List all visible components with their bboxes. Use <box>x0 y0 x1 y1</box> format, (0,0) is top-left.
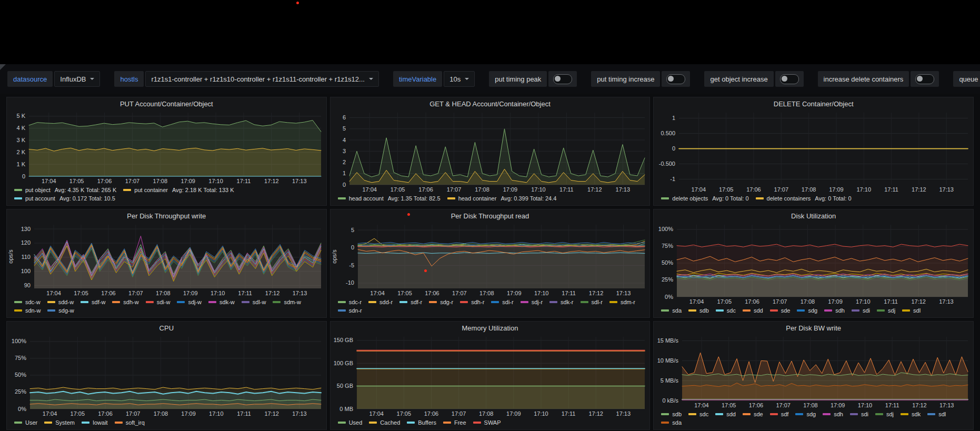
legend-item[interactable]: sdl-r <box>581 298 603 306</box>
legend-label: sdi <box>863 306 870 315</box>
legend-item[interactable]: sde <box>770 306 791 315</box>
legend-item[interactable]: sdf-r <box>399 298 422 306</box>
legend-item[interactable]: sdh <box>824 306 845 315</box>
top-black-band <box>0 0 980 64</box>
legend-item[interactable]: sdl-w <box>242 298 266 306</box>
legend-item[interactable]: put accountAvg: 0.172 Total: 10.5 <box>14 194 115 203</box>
panel-title[interactable]: CPU <box>7 322 326 333</box>
legend-item[interactable]: sdf <box>770 410 789 418</box>
legend-item[interactable]: sdn-w <box>14 306 41 315</box>
legend-label: sdd-r <box>379 298 393 306</box>
legend-item[interactable]: sdg <box>795 410 816 418</box>
legend-item[interactable]: sdd-r <box>368 298 393 306</box>
legend-item[interactable]: sdi <box>852 306 870 315</box>
chart-canvas[interactable]: 150 GB100 GB50 GB0 MB17:0417:0517:0617:0… <box>331 333 650 418</box>
legend-item[interactable]: sdn-r <box>338 306 362 315</box>
legend-color-swatch <box>447 197 455 199</box>
panel-put-account-container-object: PUT Account/Container/Object5 K4 K3 K2 K… <box>6 97 327 206</box>
variable-dropdown[interactable]: InfluxDB <box>54 71 100 87</box>
legend-item[interactable]: sdk-r <box>549 298 573 306</box>
legend-item[interactable]: sdi-w <box>146 298 171 306</box>
legend-color-swatch <box>177 301 185 303</box>
legend-item[interactable]: User <box>14 418 37 427</box>
toggle-switch[interactable] <box>911 71 939 87</box>
legend-label: sdn-r <box>349 306 362 315</box>
legend-label: Used <box>349 418 363 427</box>
legend-label: sdi-w <box>157 298 171 306</box>
legend-item[interactable]: sdj-w <box>177 298 202 306</box>
legend-item[interactable]: Free <box>443 418 466 427</box>
chart-canvas[interactable]: 100%75%50%25%0%17:0417:0517:0617:0717:08… <box>654 220 973 306</box>
legend-item[interactable]: SWAP <box>473 418 501 427</box>
chart-canvas[interactable]: 1301201101009017:0417:0517:0617:0717:081… <box>7 220 326 297</box>
panel-title[interactable]: Memory Utilization <box>331 322 650 333</box>
legend-item[interactable]: sdi <box>850 410 868 418</box>
panel-title[interactable]: Disk Utilization <box>654 209 973 220</box>
variable-dropdown[interactable]: r1z1s1-controller + r1z1s10-controller +… <box>145 71 378 87</box>
legend-item[interactable]: put containerAvg: 2.18 K Total: 133 K <box>123 186 234 194</box>
legend-item[interactable]: sdc-r <box>338 298 362 306</box>
legend-item[interactable]: sdb <box>688 306 709 315</box>
legend-item[interactable]: sdh <box>823 410 843 418</box>
chart-canvas[interactable]: 5 K4 K3 K2 K1 K017:0417:0517:0617:0717:0… <box>7 108 326 185</box>
panel-title[interactable]: GET & HEAD Account/Container/Object <box>331 97 650 108</box>
panel-title[interactable]: DELETE Container/Object <box>654 97 973 108</box>
legend-item[interactable]: sdj-r <box>521 298 543 306</box>
legend-item[interactable]: sdf-w <box>81 298 105 306</box>
legend-item[interactable]: sda <box>661 418 682 427</box>
legend-item[interactable]: sdi-r <box>491 298 513 306</box>
legend-item[interactable]: head accountAvg: 1.35 Total: 82.5 <box>338 194 441 203</box>
variable-dropdown[interactable]: 10s <box>444 71 475 87</box>
legend-color-swatch <box>14 422 22 424</box>
legend-item[interactable]: delete objectsAvg: 0 Total: 0 <box>661 194 748 203</box>
legend-item[interactable]: sda <box>661 306 682 315</box>
legend-item[interactable]: sdj <box>877 306 895 315</box>
panel-title[interactable]: PUT Account/Container/Object <box>7 97 326 108</box>
toggle-knob <box>555 76 561 82</box>
chart-canvas[interactable]: 50-5-1017:0417:0517:0617:0717:0817:0917:… <box>331 220 650 297</box>
chart-canvas[interactable]: 15 MB/s10 MB/s5 MB/s0 kB/s17:0417:0517:0… <box>654 333 973 409</box>
legend-item[interactable]: delete containersAvg: 0 Total: 0 <box>756 194 852 203</box>
legend-item[interactable]: sdl <box>927 410 946 418</box>
legend-item[interactable]: sdc <box>688 410 708 418</box>
legend-item[interactable]: sdk <box>901 410 921 418</box>
legend-item[interactable]: sdd-w <box>47 298 74 306</box>
legend-item[interactable]: Cached <box>369 418 400 427</box>
legend-item[interactable]: sdj <box>875 410 894 418</box>
legend-label: sdl <box>938 410 946 418</box>
chart-canvas[interactable]: 100%75%50%25%0%17:0417:0517:0617:0717:08… <box>7 333 326 418</box>
panel-title[interactable]: Per Disk Throughput write <box>7 209 326 220</box>
legend-item[interactable]: sdm-r <box>609 298 635 306</box>
legend-item[interactable]: sdg-w <box>47 306 74 315</box>
legend-item[interactable]: sdk-w <box>208 298 235 306</box>
legend-item[interactable]: sde <box>743 410 763 418</box>
legend-color-swatch <box>338 197 346 199</box>
legend-item[interactable]: Buffers <box>407 418 436 427</box>
legend-item[interactable]: sdm-w <box>273 298 301 306</box>
panel-title[interactable]: Per Disk BW write <box>654 322 973 333</box>
chart-canvas[interactable]: 654321017:0417:0517:0617:0717:0817:0917:… <box>331 108 650 194</box>
legend-label: sdg-r <box>440 298 453 306</box>
toggle-switch[interactable] <box>775 71 804 87</box>
toggle-switch[interactable] <box>662 71 690 87</box>
legend-item[interactable]: System <box>44 418 75 427</box>
legend-item[interactable]: sdc-w <box>14 298 41 306</box>
legend-item[interactable]: sdh-w <box>112 298 138 306</box>
panel-title[interactable]: Per Disk Throughput read <box>331 209 650 220</box>
legend-item[interactable]: sdc <box>716 306 736 315</box>
legend-item[interactable]: head containerAvg: 0.399 Total: 24.4 <box>447 194 557 203</box>
legend-item[interactable]: soft_irq <box>115 418 145 427</box>
legend-item[interactable]: Iowait <box>82 418 108 427</box>
legend-item[interactable]: sdg <box>797 306 817 315</box>
legend-item[interactable]: sdh-r <box>460 298 484 306</box>
legend-item[interactable]: sdg-r <box>429 298 453 306</box>
chart-canvas[interactable]: 10.5000-0.500-117:0417:0517:0617:0717:08… <box>654 108 973 194</box>
legend-item[interactable]: Used <box>338 418 363 427</box>
toggle-switch[interactable] <box>548 71 577 87</box>
legend-item[interactable]: sdb <box>661 410 682 418</box>
legend-item[interactable]: sdl <box>902 306 921 315</box>
legend-item[interactable]: sdd <box>743 306 763 315</box>
svg-text:17:11: 17:11 <box>237 178 251 184</box>
legend-item[interactable]: put objectAvg: 4.35 K Total: 265 K <box>14 186 116 194</box>
legend-item[interactable]: sdd <box>715 410 736 418</box>
